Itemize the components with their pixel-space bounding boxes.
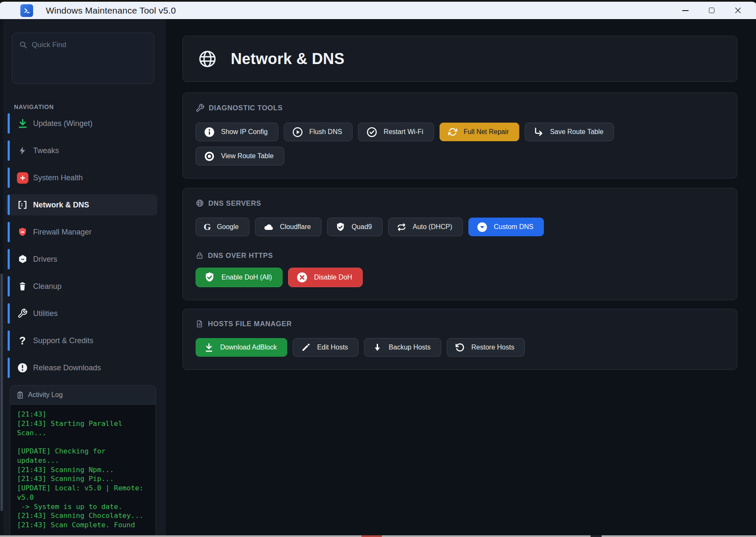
sidebar-item-network-dns[interactable]: Network & DNS	[0, 194, 166, 215]
maximize-icon	[709, 8, 714, 13]
quick-find-input[interactable]	[32, 41, 134, 49]
download-adblock-button[interactable]: Download AdBlock	[196, 338, 287, 357]
globe-small-icon	[196, 199, 204, 207]
google-dns-button[interactable]: G Google	[196, 218, 249, 236]
quick-find-box	[12, 33, 154, 84]
sidebar-item-label: Tweaks	[33, 146, 59, 155]
powershell-app-icon	[20, 4, 33, 17]
sidebar-item-label: System Health	[33, 173, 83, 182]
network-bracket-icon	[16, 199, 29, 211]
corner-down-right-icon	[533, 126, 544, 137]
file-text-icon	[196, 320, 204, 328]
activity-log-panel: Activity Log [21:43] [21:43] Starting Pa…	[10, 385, 156, 537]
backup-hosts-button[interactable]: Backup Hosts	[364, 338, 441, 357]
nav-accent-bar	[8, 276, 10, 296]
sidebar-item-updates[interactable]: Updates (Winget)	[0, 113, 166, 134]
button-label: Restore Hosts	[471, 344, 514, 351]
edit-hosts-button[interactable]: Edit Hosts	[293, 338, 358, 357]
nav-accent-bar	[8, 113, 10, 134]
wrench-icon	[16, 307, 29, 320]
page-title: Network & DNS	[231, 50, 344, 68]
doh-heading: DNS OVER HTTPS	[208, 252, 273, 260]
full-net-repair-button[interactable]: Full Net Repair	[440, 123, 520, 141]
arrow-down-icon	[372, 342, 383, 353]
taskbar-red-segment	[361, 535, 382, 537]
navigation-list: Updates (Winget) Tweaks System Health Ne…	[0, 113, 166, 384]
button-label: Full Net Repair	[464, 128, 509, 136]
bolt-icon	[16, 144, 29, 157]
download-white-icon	[204, 342, 214, 353]
sidebar-item-label: Firewall Manager	[33, 228, 92, 237]
sidebar-item-tweaks[interactable]: Tweaks	[0, 140, 166, 161]
activity-log-output[interactable]: [21:43] [21:43] Starting Parallel Scan..…	[10, 405, 156, 535]
restart-wifi-button[interactable]: Restart Wi-Fi	[358, 123, 434, 141]
sidebar-item-release-downloads[interactable]: Release Downloads	[0, 357, 166, 378]
button-label: Flush DNS	[309, 128, 342, 136]
rotate-ccw-icon	[455, 342, 465, 353]
close-button[interactable]	[725, 2, 751, 19]
info-circle-icon	[204, 126, 215, 138]
button-label: Enable DoH (All)	[221, 274, 272, 281]
restore-hosts-button[interactable]: Restore Hosts	[447, 338, 525, 357]
sidebar-item-label: Drivers	[33, 255, 57, 264]
trash-icon	[16, 280, 29, 293]
globe-icon	[198, 49, 217, 69]
cloudflare-dns-button[interactable]: Cloudflare	[255, 218, 322, 236]
sidebar-item-support[interactable]: ? Support & Credits	[0, 330, 166, 351]
maximize-button[interactable]	[698, 2, 725, 19]
lock-icon	[196, 252, 204, 260]
button-label: Auto (DHCP)	[413, 223, 452, 231]
google-g-icon: G	[204, 222, 211, 232]
sidebar-item-label: Network & DNS	[33, 201, 89, 210]
button-label: Backup Hosts	[389, 344, 431, 351]
sidebar-item-cleanup[interactable]: Cleanup	[0, 276, 166, 297]
button-label: Disable DoH	[314, 274, 352, 281]
download-icon	[16, 117, 29, 130]
sidebar-item-system-health[interactable]: System Health	[0, 167, 166, 188]
quad9-dns-button[interactable]: Quad9	[327, 218, 383, 236]
button-label: Download AdBlock	[220, 344, 277, 351]
flush-dns-button[interactable]: Flush DNS	[284, 123, 353, 141]
sidebar: NAVIGATION Updates (Winget) Tweaks Syste…	[0, 19, 166, 537]
sidebar-item-firewall[interactable]: Firewall Manager	[0, 221, 166, 243]
driver-box-icon	[16, 253, 29, 266]
activity-log-title: Activity Log	[28, 391, 63, 399]
exclamation-circle-icon	[16, 361, 29, 374]
save-route-table-button[interactable]: Save Route Table	[525, 123, 614, 141]
minimize-button[interactable]	[672, 2, 698, 19]
sync-icon	[448, 127, 458, 137]
custom-dns-button[interactable]: Custom DNS	[468, 218, 544, 236]
nav-accent-bar	[8, 168, 10, 188]
button-label: Custom DNS	[494, 223, 533, 231]
sidebar-item-utilities[interactable]: Utilities	[0, 303, 166, 324]
activity-log-header: Activity Log	[10, 386, 156, 405]
button-label: Save Route Table	[550, 128, 603, 136]
sidebar-item-label: Support & Credits	[33, 336, 93, 345]
shield-check-icon	[335, 222, 346, 232]
nav-accent-bar	[8, 195, 10, 215]
view-route-table-button[interactable]: View Route Table	[196, 147, 284, 165]
clipboard-icon	[16, 391, 24, 399]
diagnostic-tools-card: DIAGNOSTIC TOOLS Show IP Config Flush DN…	[182, 92, 737, 179]
navigation-heading: NAVIGATION	[14, 103, 54, 110]
button-label: Quad9	[352, 223, 372, 231]
refresh-icon	[396, 222, 407, 232]
health-plus-icon	[16, 171, 29, 184]
button-label: Cloudflare	[280, 223, 311, 231]
nav-accent-bar	[8, 358, 10, 378]
hosts-heading: HOSTS FILE MANAGER	[208, 320, 292, 328]
sidebar-item-drivers[interactable]: Drivers	[0, 249, 166, 270]
search-icon	[19, 41, 28, 49]
titlebar: Windows Maintenance Tool v5.0	[0, 0, 756, 19]
nav-accent-bar	[8, 222, 10, 242]
nav-accent-bar	[8, 140, 10, 161]
shield-minus-icon	[16, 226, 29, 238]
cloud-icon	[263, 221, 274, 232]
enable-doh-button[interactable]: Enable DoH (All)	[196, 268, 283, 287]
auto-dhcp-dns-button[interactable]: Auto (DHCP)	[388, 218, 463, 236]
show-ip-config-button[interactable]: Show IP Config	[196, 123, 278, 141]
dns-servers-heading: DNS SERVERS	[208, 199, 261, 207]
sidebar-item-label: Updates (Winget)	[33, 119, 92, 128]
dns-servers-card: DNS SERVERS G Google Cloudflare Quad9 Au	[182, 188, 737, 300]
disable-doh-button[interactable]: Disable DoH	[288, 268, 363, 287]
